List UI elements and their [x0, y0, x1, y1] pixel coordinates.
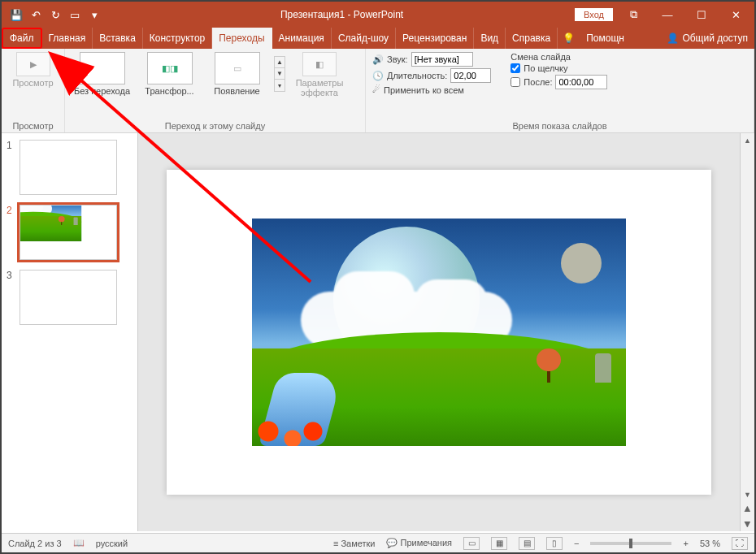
duration-input[interactable]	[450, 68, 491, 83]
zoom-out-icon[interactable]: −	[574, 539, 579, 548]
ribbon-transitions: ▶ Просмотр Просмотр Без перехода ◧◨ Тран…	[2, 49, 754, 133]
work-area: 1 2 3	[2, 133, 754, 531]
minimize-icon[interactable]: —	[654, 5, 681, 24]
slide-thumb-3[interactable]: 3	[7, 270, 133, 325]
transition-gallery: Без перехода ◧◨ Трансфор... ▭ Появление …	[72, 52, 285, 96]
scroll-up-icon[interactable]: ▲	[741, 133, 754, 148]
tab-help[interactable]: Справка	[506, 28, 558, 49]
preview-button[interactable]: ▶ Просмотр	[8, 52, 58, 88]
slide-thumb	[20, 140, 117, 195]
prev-slide-icon[interactable]: ⯅	[741, 502, 754, 517]
comments-button[interactable]: 💬 Примечания	[386, 538, 452, 548]
spellcheck-icon[interactable]: 📖	[73, 538, 85, 548]
transition-fade-icon: ▭	[215, 52, 260, 84]
tab-design[interactable]: Конструктор	[143, 28, 212, 49]
preview-icon: ▶	[16, 52, 50, 76]
on-click-checkbox[interactable]	[511, 63, 520, 73]
tab-home[interactable]: Главная	[42, 28, 93, 49]
normal-view-icon[interactable]: ▭	[463, 537, 480, 550]
slide-number: 3	[7, 270, 15, 281]
title-right-controls: Вход ⧉ — ☐ ✕	[575, 5, 754, 24]
group-label-timing: Время показа слайдов	[372, 119, 747, 131]
tab-insert[interactable]: Вставка	[93, 28, 143, 49]
slide-thumb-2[interactable]: 2	[7, 205, 133, 260]
tab-transitions[interactable]: Переходы	[212, 28, 272, 49]
tab-view[interactable]: Вид	[474, 28, 506, 49]
notes-label: Заметки	[341, 539, 375, 548]
after-checkbox[interactable]	[511, 77, 520, 87]
transition-fade[interactable]: ▭ Появление	[206, 52, 267, 96]
slide-number: 2	[7, 205, 15, 216]
window-title: Презентация1 - PowerPoint	[109, 9, 575, 20]
transition-morph[interactable]: ◧◨ Трансфор...	[139, 52, 200, 96]
start-from-beginning-icon[interactable]: ▭	[67, 6, 83, 23]
share-icon: 👤	[667, 32, 679, 44]
zoom-in-icon[interactable]: +	[683, 539, 688, 548]
slide-sorter-icon[interactable]: ▦	[491, 537, 507, 550]
transition-none-icon	[80, 52, 125, 84]
transition-none-label: Без перехода	[74, 86, 130, 96]
sound-select[interactable]	[411, 52, 473, 67]
slide-thumb-1[interactable]: 1	[7, 140, 133, 195]
effect-options-label: Параметры эффекта	[293, 78, 345, 97]
ribbon-group-preview: ▶ Просмотр Просмотр	[2, 49, 65, 132]
notes-button[interactable]: ≡ Заметки	[333, 539, 376, 548]
tab-animations[interactable]: Анимация	[272, 28, 332, 49]
effect-options-icon: ◧	[302, 52, 337, 76]
transition-morph-icon: ◧◨	[147, 52, 193, 84]
slide-canvas-area[interactable]	[138, 133, 740, 531]
slideshow-view-icon[interactable]: ▯	[546, 537, 563, 550]
after-label: После:	[524, 77, 552, 87]
tellme-lightbulb-icon[interactable]: 💡	[558, 28, 580, 49]
tab-file[interactable]: Файл	[2, 28, 42, 49]
gallery-scroll: ▲ ▼ ▾	[274, 56, 285, 92]
tab-tellme[interactable]: Помощн	[580, 28, 631, 49]
status-bar: Слайд 2 из 3 📖 русский ≡ Заметки 💬 Приме…	[2, 533, 754, 552]
quick-access-toolbar: 💾 ↶ ↻ ▭ ▾	[2, 6, 109, 23]
undo-icon[interactable]: ↶	[28, 6, 44, 23]
after-time-input[interactable]	[555, 75, 607, 89]
timing-right-column: Смена слайда По щелчку После:	[511, 52, 607, 89]
transition-fade-label: Появление	[214, 86, 259, 96]
share-button[interactable]: 👤Общий доступ	[660, 28, 754, 49]
tab-review[interactable]: Рецензирован	[396, 28, 474, 49]
tab-slideshow[interactable]: Слайд-шоу	[332, 28, 396, 49]
save-icon[interactable]: 💾	[8, 6, 24, 23]
on-click-label: По щелчку	[524, 63, 567, 73]
redo-icon[interactable]: ↻	[47, 6, 63, 23]
scroll-down-icon[interactable]: ▼	[741, 487, 754, 502]
gallery-expand-icon[interactable]: ▾	[275, 80, 285, 91]
comments-label: Примечания	[401, 538, 453, 548]
zoom-slider[interactable]	[590, 542, 671, 545]
ribbon-display-options-icon[interactable]: ⧉	[619, 5, 647, 24]
reading-view-icon[interactable]: ▤	[519, 537, 535, 550]
fit-to-window-icon[interactable]: ⛶	[732, 537, 748, 550]
gallery-scroll-down-icon[interactable]: ▼	[275, 68, 285, 80]
slide-position: Слайд 2 из 3	[8, 539, 62, 548]
slide-thumb	[20, 270, 117, 325]
group-label-preview: Просмотр	[8, 119, 58, 131]
maximize-icon[interactable]: ☐	[688, 5, 715, 24]
apply-all-button[interactable]: Применить ко всем	[384, 85, 464, 95]
slide-thumb	[20, 205, 117, 260]
sound-label: Звук:	[387, 54, 408, 64]
title-bar: 💾 ↶ ↻ ▭ ▾ Презентация1 - PowerPoint Вход…	[2, 2, 754, 28]
share-label: Общий доступ	[682, 32, 748, 44]
language-indicator[interactable]: русский	[96, 539, 128, 548]
advance-slide-label: Смена слайда	[511, 52, 607, 62]
sound-icon: 🔊	[372, 54, 384, 65]
timing-left-column: 🔊 Звук: 🕓 Длительность: ☄ Применить ко в…	[372, 52, 491, 95]
next-slide-icon[interactable]: ⯆	[741, 517, 754, 531]
qat-customize-icon[interactable]: ▾	[86, 6, 102, 23]
close-icon[interactable]: ✕	[722, 5, 749, 24]
login-button[interactable]: Вход	[575, 8, 613, 21]
effect-options-button[interactable]: ◧ Параметры эффекта	[293, 52, 345, 97]
slide-canvas[interactable]	[167, 170, 711, 495]
slide-panel[interactable]: 1 2 3	[2, 133, 138, 531]
zoom-level[interactable]: 53 %	[700, 539, 720, 548]
gallery-scroll-up-icon[interactable]: ▲	[275, 57, 285, 68]
vertical-scrollbar[interactable]: ▲ ▼ ⯅ ⯆	[740, 133, 754, 531]
ribbon-group-transition: Без перехода ◧◨ Трансфор... ▭ Появление …	[65, 49, 366, 132]
transition-none[interactable]: Без перехода	[72, 52, 133, 96]
ribbon-tabs: Файл Главная Вставка Конструктор Переход…	[2, 28, 754, 49]
